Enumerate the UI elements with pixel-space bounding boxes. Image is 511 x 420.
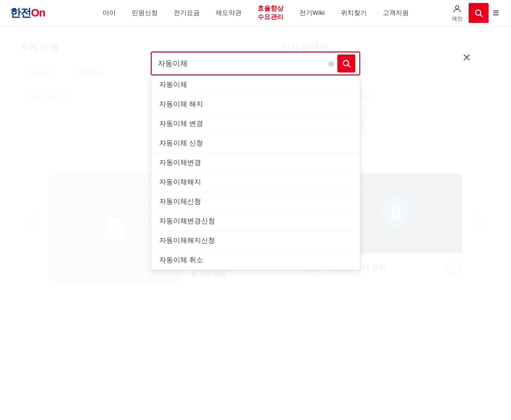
header-actions: 개인 ≡ [448,3,501,23]
suggestion-6[interactable]: 자동이체신청 [151,192,360,212]
suggestion-4[interactable]: 자동이체변경 [151,153,360,173]
logo[interactable]: 한전On [10,5,80,20]
header-search-button[interactable] [469,3,489,23]
suggestion-7[interactable]: 자동이체변경신청 [151,212,360,231]
suggestion-5[interactable]: 자동이체해지 [151,173,360,192]
nav-item-my[interactable]: 마이 [95,0,124,26]
main-nav: 마이 민원신청 전기요금 제도약관 효율향상수요관리 전기Wiki 위치찾기 고… [95,0,448,26]
suggestion-9[interactable]: 자동이체 취소 [151,251,360,270]
hamburger-menu[interactable]: ≡ [491,6,501,19]
close-search-button[interactable]: ✕ [462,51,471,64]
logo-text: 한전On [10,5,45,20]
suggestion-3[interactable]: 자동이체 신청 [151,134,360,153]
suggestion-2[interactable]: 자동이체 변경 [151,114,360,134]
nav-item-wiki[interactable]: 전기Wiki [291,0,333,26]
search-clear-button[interactable]: ⊗ [327,58,335,69]
main-content: 추천 민원 이사신고 명의변경 전기고장신고 인기 검색어 고객번호 자동이체 … [0,26,511,420]
suggestion-0[interactable]: 자동이체 [151,75,360,95]
svg-line-2 [481,14,483,16]
nav-item-policy[interactable]: 제도약관 [208,0,250,26]
user-login-button[interactable]: 개인 [448,4,467,22]
nav-item-location[interactable]: 위치찾기 [333,0,375,26]
svg-line-7 [348,65,350,67]
search-input[interactable] [156,57,325,70]
search-submit-button[interactable] [337,54,355,72]
logo-on: On [31,6,45,19]
suggestion-8[interactable]: 자동이체해지신청 [151,231,360,251]
nav-item-support[interactable]: 고객지원 [375,0,417,26]
nav-item-efficiency[interactable]: 효율향상수요관리 [250,0,291,26]
svg-point-0 [456,5,459,9]
svg-point-1 [476,10,481,15]
search-panel: ⊗ 자동이체 자동이체 해지 자동이체 변경 자동이체 신청 자동이체변경 자동… [151,51,360,270]
header: 한전On 마이 민원신청 전기요금 제도약관 효율향상수요관리 전기Wiki 위… [0,0,511,26]
nav-item-civil[interactable]: 민원신청 [124,0,166,26]
search-box: ⊗ [151,51,360,75]
nav-item-fee[interactable]: 전기요금 [166,0,208,26]
svg-point-6 [343,60,349,66]
suggestions-dropdown: 자동이체 자동이체 해지 자동이체 변경 자동이체 신청 자동이체변경 자동이체… [151,75,360,270]
suggestion-1[interactable]: 자동이체 해지 [151,95,360,114]
